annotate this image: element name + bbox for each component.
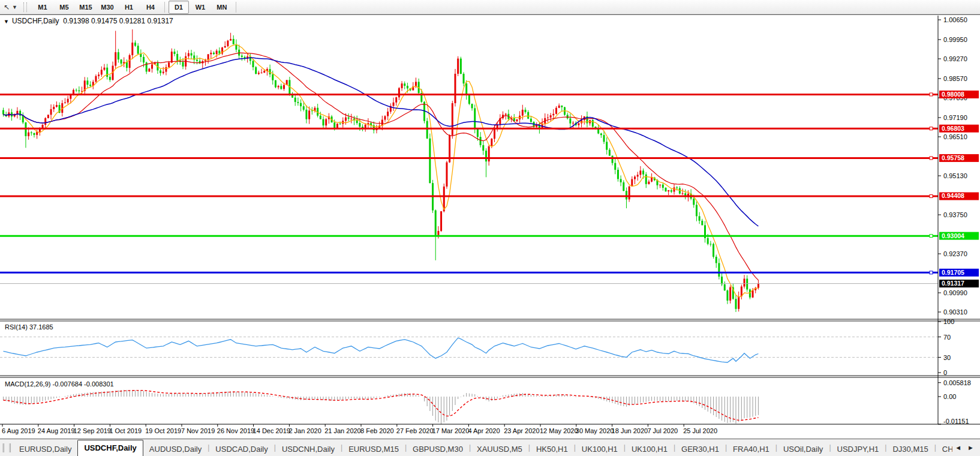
candle-down xyxy=(477,128,479,137)
chart-tab-hk50-h1[interactable]: HK50,H1 xyxy=(530,442,574,456)
candle-up xyxy=(488,146,490,161)
hline-anchor[interactable] xyxy=(930,127,933,130)
candle-up xyxy=(457,59,459,74)
chart-tab-usdcad-daily[interactable]: USDCAD,Daily xyxy=(209,442,273,456)
chevron-down-icon[interactable]: ▼ xyxy=(12,4,17,10)
date-label: 8 Feb 2020 xyxy=(360,427,394,434)
candle-down xyxy=(176,54,178,61)
chart-tab-dj30-m15[interactable]: DJ30,M15 xyxy=(886,442,934,456)
candle-up xyxy=(555,108,557,114)
hline-anchor[interactable] xyxy=(930,194,933,197)
hline-anchor[interactable] xyxy=(930,235,933,238)
candle-down xyxy=(724,284,726,290)
timeframe-button-h4[interactable]: H4 xyxy=(140,1,161,14)
candle-up xyxy=(188,53,190,56)
cursor-tool-icon[interactable]: ↖ xyxy=(1,2,12,13)
candle-up xyxy=(163,72,164,73)
chart-tab-gbpusd-m30[interactable]: GBPUSD,M30 xyxy=(407,442,469,456)
candle-down xyxy=(480,137,482,145)
candle-up xyxy=(151,64,153,68)
candle-down xyxy=(272,74,273,80)
candle-up xyxy=(393,103,395,106)
timeframe-button-m5[interactable]: M5 xyxy=(54,1,74,14)
hline-anchor[interactable] xyxy=(930,157,933,160)
timeframe-button-group: M1M5M15M30H1H4D1W1MN xyxy=(32,1,233,14)
candle-up xyxy=(437,231,439,235)
hline-anchor[interactable] xyxy=(930,271,933,274)
price-tick-label: 0.97190 xyxy=(943,114,967,121)
macd-indicator-label: MACD(12,26,9) -0.007684 -0.008301 xyxy=(5,380,114,388)
chart-tab-uk100-h1[interactable]: UK100,H1 xyxy=(626,442,674,456)
chart-tab-audusd-daily[interactable]: AUDUSD,Daily xyxy=(143,442,208,456)
chart-tab-ger30-h1[interactable]: GER30,H1 xyxy=(675,442,725,456)
timeframe-button-h1[interactable]: H1 xyxy=(119,1,139,14)
candle-up xyxy=(325,119,327,126)
date-label: 17 Mar 2020 xyxy=(432,427,470,434)
tab-scroll-right-icon[interactable]: ► xyxy=(967,444,974,451)
candle-down xyxy=(191,53,193,56)
price-tick-label: 0.95130 xyxy=(943,172,967,179)
candle-up xyxy=(454,74,456,103)
chart-window: 1.006500.999500.992700.985700.978900.971… xyxy=(0,14,980,439)
candle-up xyxy=(674,187,675,191)
candle-down xyxy=(609,150,611,156)
candle-down xyxy=(143,57,145,62)
timeframe-button-m15[interactable]: M15 xyxy=(76,1,96,14)
timeframe-button-m1[interactable]: M1 xyxy=(32,1,53,14)
collapse-triangle-icon[interactable]: ▼ xyxy=(4,19,9,25)
candle-up xyxy=(578,123,579,125)
candle-up xyxy=(648,182,650,184)
toolbar-grip[interactable] xyxy=(23,2,27,12)
candle-down xyxy=(561,106,563,107)
chart-tab-uk100-h1[interactable]: UK100,H1 xyxy=(576,442,624,456)
chart-title[interactable]: ▼USDCHF,Daily 0.91398 0.91475 0.91281 0.… xyxy=(4,17,173,25)
candle-up xyxy=(28,133,29,136)
chart-tab-china300-h4[interactable]: CHINA300,H4 xyxy=(936,442,952,456)
candle-down xyxy=(693,199,695,205)
chart-tab-eurusd-daily[interactable]: EURUSD,Daily xyxy=(13,442,77,456)
candle-down xyxy=(699,216,701,221)
date-label: 14 Dec 2019 xyxy=(253,427,290,434)
candle-down xyxy=(701,221,703,226)
macd-tick-label: 0.005818 xyxy=(943,379,971,386)
chart-tab-xauusd-m5[interactable]: XAUUSD,M5 xyxy=(471,442,528,456)
chart-tab-usoil-daily[interactable]: USOil,Daily xyxy=(777,442,829,456)
candle-down xyxy=(600,133,602,135)
candle-up xyxy=(522,110,524,116)
candle-up xyxy=(258,73,260,74)
candle-down xyxy=(603,135,605,142)
candle-down xyxy=(78,91,80,91)
price-tick-label: 0.92370 xyxy=(943,250,967,257)
timeframe-button-m30[interactable]: M30 xyxy=(97,1,118,14)
candle-down xyxy=(710,244,711,245)
hline-anchor[interactable] xyxy=(930,93,933,96)
candle-down xyxy=(218,51,220,54)
candle-down xyxy=(662,185,664,188)
candle-down xyxy=(735,299,736,309)
candle-down xyxy=(696,205,698,216)
chart-tab-fra40-h1[interactable]: FRA40,H1 xyxy=(727,442,775,456)
candle-down xyxy=(474,108,476,128)
candle-up xyxy=(682,193,684,194)
price-tick-label: 0.96510 xyxy=(943,133,967,140)
timeframe-button-d1[interactable]: D1 xyxy=(169,1,189,14)
chart-tab-usdjpy-h1[interactable]: USDJPY,H1 xyxy=(831,442,885,456)
rsi-tick-label: 70 xyxy=(943,334,951,341)
ma-medium-line xyxy=(4,53,759,280)
chart-tab-usdcnh-daily[interactable]: USDCNH,Daily xyxy=(276,442,341,456)
candle-up xyxy=(494,129,495,139)
candle-down xyxy=(173,52,175,54)
chart-tab-eurusd-m15[interactable]: EURUSD,M15 xyxy=(342,442,405,456)
tab-scroll-left-icon[interactable]: ◄ xyxy=(955,444,961,451)
candle-up xyxy=(263,71,265,73)
candle-down xyxy=(339,124,341,124)
candle-down xyxy=(569,118,571,123)
timeframe-button-w1[interactable]: W1 xyxy=(190,1,211,14)
candle-up xyxy=(278,86,279,87)
candle-down xyxy=(707,238,709,244)
rsi-tick-label: 30 xyxy=(943,354,951,361)
price-tag-0.95758-text: 0.95758 xyxy=(942,154,964,161)
candle-down xyxy=(620,179,622,182)
chart-tab-usdchf-daily[interactable]: USDCHF,Daily xyxy=(77,440,143,456)
timeframe-button-mn[interactable]: MN xyxy=(212,1,232,14)
